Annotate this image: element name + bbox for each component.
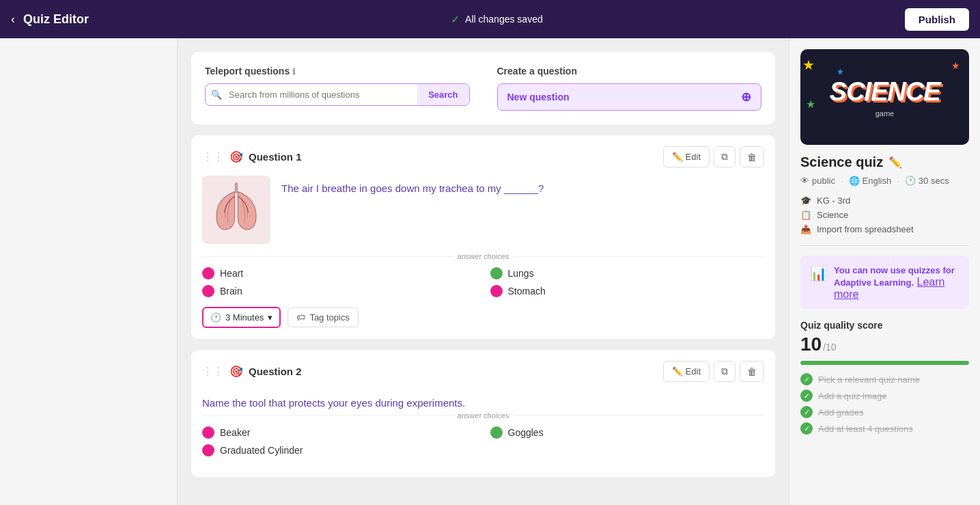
choice-dot-beaker	[202, 426, 214, 439]
choice-lungs-label: Lungs	[508, 268, 534, 279]
question-2-title: Question 2	[249, 366, 302, 377]
drag-handle-icon-2: ⋮⋮	[202, 365, 224, 378]
choice-heart-label: Heart	[220, 268, 243, 279]
create-title: Create a question	[497, 66, 762, 77]
info-icon: ℹ	[292, 67, 296, 77]
quiz-name-row: Science quiz ✏️	[800, 154, 969, 170]
adaptive-banner: 📊 You can now use quizzes for Adaptive L…	[800, 256, 969, 309]
question-2-text: Name the tool that protects your eyes du…	[202, 390, 764, 411]
edit-button-q1[interactable]: ✏️ Edit	[663, 146, 710, 167]
check-circle-4: ✓	[800, 422, 813, 435]
question-1-image	[202, 176, 270, 244]
search-button[interactable]: Search	[417, 84, 468, 105]
choice-cylinder: Graduated Cylinder	[202, 444, 477, 456]
score-fill	[800, 361, 969, 365]
pencil-icon: ✏️	[672, 152, 683, 162]
question-1-title: Question 1	[249, 151, 302, 163]
right-panel: ★ ★ ★ ★ SCIENCE game Science quiz ✏️ 👁 p…	[789, 38, 980, 505]
question-1-footer: 🕐 3 Minutes ▾ 🏷 Tag topics	[202, 307, 764, 328]
choice-beaker-label: Beaker	[220, 427, 250, 438]
copy-icon-2: ⧉	[721, 366, 728, 377]
quality-items: ✓ Pick a relevant quiz name ✓ Add a quiz…	[800, 373, 969, 435]
choice-dot-goggles	[490, 426, 503, 439]
choice-cylinder-label: Graduated Cylinder	[220, 445, 303, 456]
quality-item-4: ✓ Add at least 4 questions	[800, 422, 969, 435]
edit-button-q2[interactable]: ✏️ Edit	[663, 361, 710, 382]
visibility-item: 👁 public	[800, 176, 835, 186]
drag-handle-icon: ⋮⋮	[202, 150, 224, 163]
choice-dot-green	[490, 267, 503, 279]
target-icon: 🎯	[229, 150, 243, 163]
choice-beaker: Beaker	[202, 426, 477, 439]
tag-topics-button-q1[interactable]: 🏷 Tag topics	[288, 308, 359, 327]
question-card-1: ⋮⋮ 🎯 Question 1 ✏️ Edit ⧉ 🗑	[191, 135, 775, 339]
choice-dot-cylinder	[202, 444, 214, 456]
language-item: 🌐 English	[849, 176, 892, 186]
choice-goggles-label: Goggles	[508, 427, 544, 438]
quality-score: 10 /10	[800, 333, 969, 355]
check-circle-1: ✓	[800, 373, 813, 385]
quality-item-text-3: Add grades	[818, 407, 864, 418]
copy-button-q1[interactable]: ⧉	[714, 146, 736, 167]
copy-button-q2[interactable]: ⧉	[714, 361, 736, 382]
score-denominator: /10	[823, 342, 836, 353]
search-icon: 🔍	[206, 90, 222, 100]
search-input[interactable]	[222, 84, 417, 105]
list-icon: 📋	[800, 210, 811, 220]
quiz-details: 🎓 KG - 3rd 📋 Science 📤 Import from sprea…	[800, 195, 969, 234]
quality-section: Quiz quality score 10 /10 ✓ Pick a relev…	[800, 320, 969, 435]
publish-button[interactable]: Publish	[905, 8, 969, 31]
time-item: 🕐 30 secs	[905, 176, 949, 186]
choice-brain-label: Brain	[220, 286, 242, 297]
time-dropdown-q1[interactable]: 🕐 3 Minutes ▾	[202, 307, 281, 328]
delete-button-q2[interactable]: 🗑	[740, 361, 764, 382]
quality-item-text-2: Add a quiz image	[818, 391, 886, 401]
score-bar	[800, 361, 969, 365]
import-row[interactable]: 📤 Import from spreadsheet	[800, 224, 969, 234]
choice-heart: Heart	[202, 267, 477, 279]
quality-item-3: ✓ Add grades	[800, 406, 969, 418]
back-button[interactable]: ‹	[11, 12, 15, 27]
score-number: 10	[800, 333, 822, 355]
choice-lungs: Lungs	[490, 267, 765, 279]
plus-icon: ⊕	[741, 90, 751, 105]
tag-icon: 🏷	[296, 312, 305, 323]
center-content: Teleport questions ℹ 🔍 Search Create a q…	[178, 38, 789, 505]
question-1-text: The air I breathe in goes down my trache…	[281, 176, 544, 197]
check-circle-3: ✓	[800, 406, 813, 418]
quiz-meta: 👁 public · 🌐 English · 🕐 30 secs	[800, 176, 969, 186]
eye-icon: 👁	[800, 176, 809, 186]
choices-grid-2: Beaker Goggles Graduated Cylinder	[202, 426, 764, 456]
quiz-edit-icon[interactable]: ✏️	[888, 156, 902, 169]
quality-item-text-1: Pick a relevant quiz name	[818, 374, 920, 385]
new-question-button[interactable]: New question ⊕	[497, 83, 762, 111]
clock-icon: 🕐	[210, 312, 221, 323]
choice-dot-pink	[202, 267, 214, 279]
quiz-name: Science quiz	[800, 154, 883, 170]
choice-goggles: Goggles	[490, 426, 765, 439]
upload-icon: 📤	[800, 224, 811, 234]
choice-brain: Brain	[202, 285, 477, 297]
delete-button-q1[interactable]: 🗑	[740, 146, 764, 167]
dropdown-arrow-icon: ▾	[268, 312, 272, 323]
question-card-2: ⋮⋮ 🎯 Question 2 ✏️ Edit ⧉ 🗑	[191, 350, 775, 477]
clock-icon-meta: 🕐	[905, 176, 916, 186]
answer-choices-label-1: answer choices	[202, 252, 764, 260]
quality-item-1: ✓ Pick a relevant quiz name	[800, 373, 969, 385]
saved-check-icon: ✓	[451, 13, 460, 26]
choice-stomach-label: Stomach	[508, 286, 546, 297]
teleport-title: Teleport questions ℹ	[205, 66, 470, 77]
quality-item-2: ✓ Add a quiz image	[800, 390, 969, 402]
choices-grid-1: Heart Lungs Brain Stomach	[202, 267, 764, 297]
copy-icon: ⧉	[721, 151, 728, 162]
language-icon: 🌐	[849, 176, 860, 186]
subject-row: 📋 Science	[800, 210, 969, 220]
grade-row: 🎓 KG - 3rd	[800, 195, 969, 206]
lungs-svg	[209, 179, 264, 241]
svg-rect-0	[235, 182, 238, 193]
time-value-q1: 3 Minutes	[225, 312, 264, 323]
teleport-section: Teleport questions ℹ 🔍 Search Create a q…	[191, 52, 775, 124]
left-sidebar	[0, 38, 178, 505]
choice-dot-pink-2	[202, 285, 214, 297]
graduation-icon: 🎓	[800, 195, 811, 206]
